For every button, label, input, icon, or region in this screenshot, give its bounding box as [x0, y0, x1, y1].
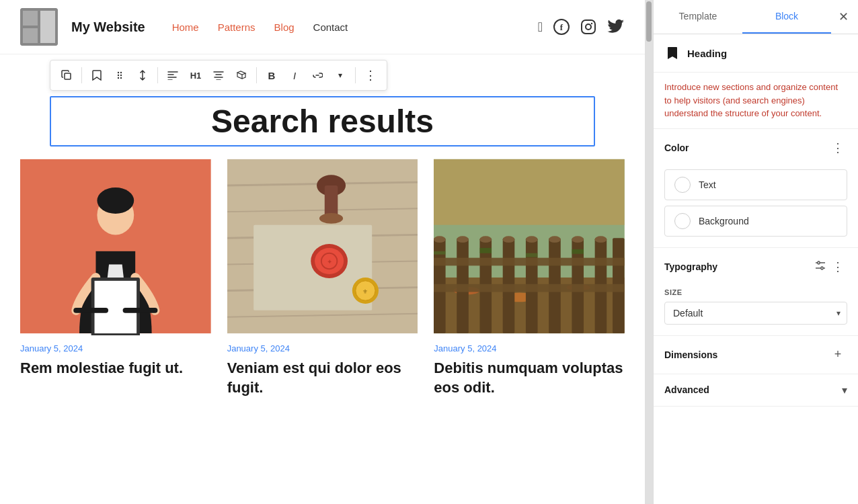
svg-rect-6: [582, 20, 595, 34]
svg-rect-70: [572, 249, 584, 254]
svg-rect-68: [480, 248, 492, 253]
typography-more-button[interactable]: ⋮: [828, 257, 847, 276]
scroll-thumb[interactable]: [646, 1, 652, 42]
scroll-track[interactable]: [645, 0, 653, 504]
nav-blog[interactable]: Blog: [274, 22, 295, 33]
align-left-button[interactable]: [162, 65, 184, 86]
block-type-header: Heading: [654, 34, 858, 73]
facebook-icon[interactable]: f: [553, 19, 570, 35]
svg-point-63: [526, 236, 538, 243]
italic-button[interactable]: I: [284, 65, 305, 86]
post-image-2: ✦ ⚜: [227, 157, 418, 335]
link-button[interactable]: [307, 65, 328, 86]
background-color-label: Background: [699, 216, 749, 226]
nav-home[interactable]: Home: [172, 22, 199, 33]
heading-level-button[interactable]: H1: [185, 65, 206, 86]
bookmark-button[interactable]: [86, 65, 108, 86]
site-header: My Website Home Patterns Blog Contact  …: [0, 0, 645, 54]
svg-point-8: [591, 23, 592, 24]
color-background-option[interactable]: Background: [664, 206, 847, 237]
svg-rect-1: [23, 11, 38, 26]
svg-point-66: [595, 236, 607, 243]
dimensions-section: Dimensions +: [654, 336, 858, 374]
bookmark-block-icon: [664, 45, 680, 61]
twitter-icon[interactable]: [607, 19, 625, 34]
svg-rect-58: [434, 284, 625, 292]
color-section-header: Color ⋮: [654, 129, 858, 167]
typography-controls: SIZE Default Small Medium Large X-Large …: [654, 286, 858, 335]
toolbar-divider-4: [355, 67, 356, 83]
color-section-title: Color: [664, 142, 689, 153]
svg-text:✦: ✦: [326, 258, 332, 265]
advanced-chevron-icon[interactable]: ▾: [842, 384, 847, 396]
social-icons:  f: [538, 19, 625, 35]
dimensions-section-title: Dimensions: [664, 349, 717, 360]
color-more-button[interactable]: ⋮: [828, 138, 847, 157]
panel-header: Template Block ✕: [654, 0, 858, 34]
heading-block[interactable]: Search results: [50, 96, 595, 146]
svg-point-22: [97, 187, 134, 214]
svg-point-64: [549, 236, 561, 243]
svg-rect-2: [23, 28, 38, 43]
transform-button[interactable]: [231, 65, 252, 86]
svg-text:⚜: ⚜: [362, 288, 368, 295]
instagram-icon[interactable]: [580, 19, 596, 35]
post-image-1: [20, 157, 211, 335]
advanced-section-header: Advanced ▾: [654, 374, 858, 406]
nav-contact[interactable]: Contact: [313, 22, 348, 33]
size-select-wrapper: Default Small Medium Large X-Large ▾: [664, 302, 847, 325]
align-center-button[interactable]: [208, 65, 229, 86]
drag-handle[interactable]: [109, 65, 130, 86]
svg-point-62: [503, 236, 515, 243]
svg-point-13: [120, 75, 122, 76]
post-title-3: Debitis numquam voluptas eos odit.: [434, 359, 625, 397]
post-image-3: [434, 157, 625, 335]
post-date-3: January 5, 2024: [434, 343, 625, 353]
svg-rect-69: [526, 253, 538, 257]
size-select[interactable]: Default Small Medium Large X-Large: [664, 302, 847, 325]
background-color-circle: [674, 213, 691, 229]
svg-point-15: [120, 77, 122, 79]
color-options: Text Background: [654, 167, 858, 247]
svg-rect-3: [40, 11, 55, 43]
svg-point-7: [586, 24, 591, 30]
color-text-option[interactable]: Text: [664, 169, 847, 200]
svg-rect-73: [818, 261, 820, 264]
toolbar-divider-3: [256, 67, 257, 83]
text-color-label: Text: [699, 179, 716, 190]
heading-text: Search results: [62, 103, 583, 140]
post-title-1: Rem molestiae fugit ut.: [20, 359, 211, 378]
typography-section: Typography ⋮ SIZE Default Small Medium L…: [654, 248, 858, 336]
svg-rect-57: [434, 258, 625, 266]
site-nav: Home Patterns Blog Contact: [172, 22, 524, 33]
tab-template[interactable]: Template: [654, 0, 742, 34]
close-panel-button[interactable]: ✕: [831, 5, 855, 29]
more-options-button[interactable]: ⋮: [360, 65, 381, 86]
svg-rect-9: [65, 73, 71, 79]
post-date-2: January 5, 2024: [227, 343, 418, 353]
block-toolbar: H1 B I ▾ ⋮: [50, 60, 387, 91]
post-card-3: January 5, 2024 Debitis numquam voluptas…: [434, 157, 625, 397]
facebook-icon[interactable]: : [538, 19, 543, 35]
advanced-section: Advanced ▾: [654, 374, 858, 407]
text-color-circle: [674, 177, 691, 193]
typography-sliders-icon[interactable]: [815, 261, 826, 272]
toolbar-divider-2: [157, 67, 158, 83]
dimensions-add-button[interactable]: +: [828, 345, 847, 364]
svg-point-65: [572, 236, 584, 243]
sidebar-panel: Template Block ✕ Heading Introduce new s…: [653, 0, 858, 504]
svg-point-33: [319, 213, 343, 224]
svg-point-61: [480, 236, 492, 243]
block-title-text: Heading: [687, 48, 727, 59]
nav-patterns[interactable]: Patterns: [218, 22, 256, 33]
bold-button[interactable]: B: [261, 65, 282, 86]
tab-block[interactable]: Block: [742, 0, 831, 34]
move-arrows-button[interactable]: [132, 65, 153, 86]
typography-section-title: Typography: [664, 261, 717, 272]
svg-point-10: [118, 72, 119, 73]
copy-button[interactable]: [56, 65, 77, 86]
more-inline-button[interactable]: ▾: [329, 65, 351, 86]
post-card-1: January 5, 2024 Rem molestiae fugit ut.: [20, 157, 211, 397]
svg-point-12: [118, 75, 119, 76]
posts-grid: January 5, 2024 Rem molestiae fugit ut.: [0, 157, 645, 397]
